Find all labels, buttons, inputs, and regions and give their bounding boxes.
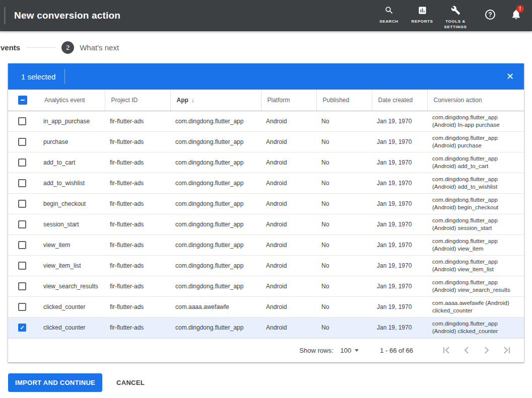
table-row[interactable]: begin_checkoutfir-flutter-adscom.dingdon…: [8, 193, 524, 214]
cell-date-created: Jan 19, 1970: [372, 173, 427, 193]
previous-step-label[interactable]: vents: [0, 43, 20, 52]
reports-nav-button[interactable]: REPORTS: [406, 6, 439, 25]
cell-published: No: [316, 111, 372, 131]
cell-app: com.dingdong.flutter_app: [170, 317, 261, 338]
analytics-events-table: Analytics event Project ID App↓ Platform…: [8, 90, 524, 338]
cell-app: com.dingdong.flutter_app: [170, 152, 261, 173]
cell-app: com.dingdong.flutter_app: [170, 214, 261, 234]
row-checkbox[interactable]: [18, 262, 26, 270]
help-button[interactable]: ?: [485, 10, 495, 20]
step-connector-line: [26, 47, 55, 48]
column-header-platform[interactable]: Platform: [261, 90, 316, 111]
cell-event: add_to_cart: [38, 152, 105, 173]
chevron-left-icon: [460, 344, 473, 356]
checkbox-cell: [8, 173, 38, 193]
select-all-checkbox[interactable]: [18, 96, 27, 105]
row-checkbox[interactable]: [18, 138, 26, 146]
last-page-button[interactable]: [501, 344, 513, 356]
cell-published: No: [316, 255, 372, 276]
row-checkbox[interactable]: [18, 200, 26, 208]
cell-project-id: fir-flutter-ads: [105, 255, 170, 276]
cell-platform: Android: [261, 276, 316, 296]
cell-conversion-action: com.dingdong.flutter_app (Android) In-ap…: [427, 111, 524, 131]
row-checkbox[interactable]: [18, 282, 26, 290]
column-header-analytics-event[interactable]: Analytics event: [38, 90, 105, 111]
cancel-button[interactable]: CANCEL: [116, 379, 145, 386]
cell-app: com.dingdong.flutter_app: [170, 276, 261, 296]
row-checkbox[interactable]: [18, 303, 26, 311]
row-checkbox[interactable]: [18, 158, 26, 167]
drawer-divider: [4, 7, 6, 24]
row-checkbox[interactable]: [18, 220, 26, 228]
notifications-button[interactable]: !: [510, 9, 522, 22]
cell-platform: Android: [261, 173, 316, 193]
selection-divider: [64, 69, 65, 84]
rows-per-page-value: 100: [341, 347, 352, 354]
cell-platform: Android: [261, 255, 316, 276]
cell-published: No: [316, 296, 372, 317]
cell-published: No: [316, 234, 372, 255]
table-row[interactable]: session_startfir-flutter-adscom.dingdong…: [8, 214, 524, 234]
cell-published: No: [316, 193, 372, 214]
table-row[interactable]: view_search_resultsfir-flutter-adscom.di…: [8, 276, 524, 296]
import-and-continue-button[interactable]: IMPORT AND CONTINUE: [8, 373, 102, 392]
first-page-button[interactable]: [440, 344, 452, 356]
step-2-circle: 2: [61, 41, 74, 54]
rows-per-page-select[interactable]: 100: [341, 347, 359, 354]
table-row[interactable]: purchasefir-flutter-adscom.dingdong.flut…: [8, 131, 524, 152]
table-row[interactable]: clicked_counterfir-flutter-adscom.aaaa.a…: [8, 296, 524, 317]
cell-project-id: fir-flutter-ads: [105, 234, 170, 255]
row-checkbox[interactable]: [18, 117, 26, 125]
table-row[interactable]: clicked_counterfir-flutter-adscom.dingdo…: [8, 317, 524, 338]
table-row[interactable]: view_itemfir-flutter-adscom.dingdong.flu…: [8, 234, 524, 255]
cell-conversion-action: com.dingdong.flutter_app (Android) sessi…: [427, 214, 524, 234]
column-header-date-created[interactable]: Date created: [372, 90, 427, 111]
table-row[interactable]: in_app_purchasefir-flutter-adscom.dingdo…: [8, 111, 524, 131]
table-row[interactable]: view_item_listfir-flutter-adscom.dingdon…: [8, 255, 524, 276]
tools-settings-nav-button[interactable]: TOOLS & SETTINGS: [439, 6, 472, 30]
cell-project-id: fir-flutter-ads: [105, 173, 170, 193]
cell-platform: Android: [261, 152, 316, 173]
previous-page-button[interactable]: [460, 344, 473, 356]
column-header-published[interactable]: Published: [316, 90, 372, 111]
table-row[interactable]: add_to_wishlistfir-flutter-adscom.dingdo…: [8, 173, 524, 193]
sort-descending-icon: ↓: [191, 97, 194, 104]
stepper: vents 2 What's next: [0, 31, 532, 63]
column-header-conversion-action[interactable]: Conversion action: [427, 90, 524, 111]
cell-conversion-action: com.dingdong.flutter_app (Android) view_…: [427, 276, 524, 296]
checkbox-cell: [8, 276, 38, 296]
selected-count: 1 selected: [21, 72, 55, 81]
bottom-actions: IMPORT AND CONTINUE CANCEL: [8, 373, 532, 392]
tools-settings-nav-label: TOOLS & SETTINGS: [442, 19, 469, 30]
bell-icon: [510, 13, 522, 22]
cell-published: No: [316, 131, 372, 152]
analytics-events-card: 1 selected ✕ Analytics event Project ID …: [8, 63, 524, 362]
column-header-label: Published: [323, 97, 350, 104]
cell-app: com.dingdong.flutter_app: [170, 131, 261, 152]
cell-event: add_to_wishlist: [38, 173, 105, 193]
cell-date-created: Jan 19, 1970: [372, 214, 427, 234]
table-row[interactable]: add_to_cartfir-flutter-adscom.dingdong.f…: [8, 152, 524, 173]
cell-date-created: Jan 19, 1970: [372, 131, 427, 152]
cell-date-created: Jan 19, 1970: [372, 276, 427, 296]
cell-conversion-action: com.dingdong.flutter_app (Android) purch…: [427, 131, 524, 152]
cell-date-created: Jan 19, 1970: [372, 255, 427, 276]
app-bar-right: SEARCH REPORTS TOOLS & SETTINGS ? !: [372, 1, 532, 30]
cell-app: com.dingdong.flutter_app: [170, 234, 261, 255]
row-checkbox[interactable]: [18, 241, 26, 249]
column-header-label: Date created: [378, 97, 413, 104]
alert-badge: !: [516, 5, 524, 13]
column-header-project-id[interactable]: Project ID: [105, 90, 170, 111]
search-nav-button[interactable]: SEARCH: [372, 6, 406, 25]
last-page-icon: [501, 344, 513, 356]
close-icon[interactable]: ✕: [506, 72, 514, 81]
column-header-app[interactable]: App↓: [170, 90, 261, 111]
next-page-button[interactable]: [481, 344, 493, 356]
cell-published: No: [316, 214, 372, 234]
cell-published: No: [316, 317, 372, 338]
cell-platform: Android: [261, 296, 316, 317]
row-checkbox[interactable]: [18, 179, 26, 187]
first-page-icon: [440, 344, 452, 356]
cell-platform: Android: [261, 214, 316, 234]
row-checkbox[interactable]: [18, 324, 26, 332]
